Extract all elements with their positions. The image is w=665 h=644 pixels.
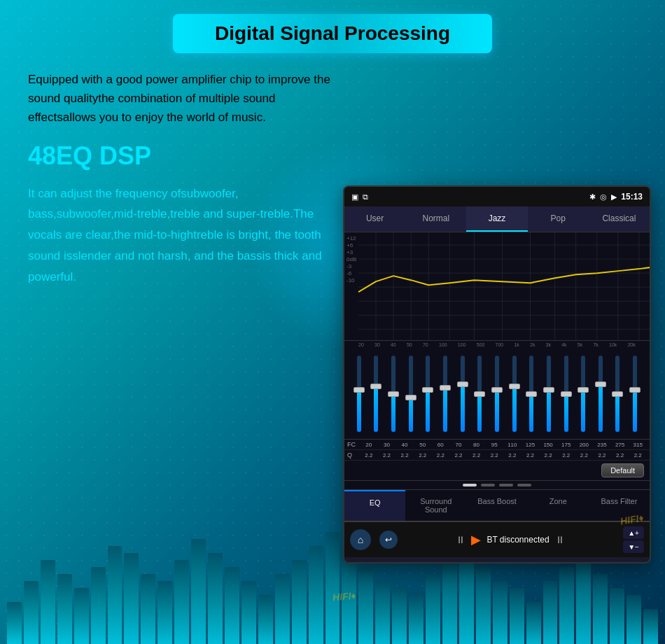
label-plus12: +12 (346, 236, 356, 241)
freq-10k: 10k (609, 342, 617, 347)
slider-5[interactable] (421, 352, 436, 435)
fc-val-11: 150 (539, 442, 557, 448)
freq-30: 30 (374, 342, 380, 347)
q-val-4: 2.2 (414, 452, 432, 458)
slider-14[interactable] (575, 352, 591, 435)
slider-11[interactable] (524, 352, 539, 435)
dot-3 (499, 484, 513, 486)
dsp-tab-bar: EQ Surround Sound Bass Boost Zone Bass F… (344, 490, 650, 522)
label-plus6: +6 (346, 243, 356, 248)
slider-2[interactable] (369, 352, 384, 435)
dsp-tab-eq[interactable]: EQ (344, 490, 405, 521)
dot-2 (481, 484, 495, 486)
tab-pop[interactable]: Pop (528, 206, 589, 232)
tab-user[interactable]: User (344, 206, 405, 232)
volume-up-button[interactable]: ▲+ (623, 526, 644, 539)
eq-chart-labels: +12 +6 +3 0dB -3 -6 -10 (346, 236, 356, 284)
fc-val-8: 95 (485, 442, 503, 448)
fc-val-9: 110 (503, 442, 522, 448)
slider-1[interactable] (351, 352, 367, 435)
title-banner: Digital Signal Processing (173, 14, 492, 53)
fc-val-13: 200 (575, 442, 594, 448)
media-bars-right: ⏸ (555, 534, 565, 545)
q-val-3: 2.2 (396, 452, 414, 458)
slider-17[interactable] (627, 352, 643, 435)
freq-40: 40 (391, 342, 396, 347)
media-bar: ⌂ ↩ ⏸ ▶ BT disconnected ⏸ ▲+ ▼− (344, 522, 650, 557)
dots-row (344, 481, 650, 490)
screen-icon: ▣ (351, 192, 358, 202)
slider-16[interactable] (610, 352, 626, 435)
eq-chart-area: +12 +6 +3 0dB -3 -6 -10 (344, 232, 650, 341)
slider-8[interactable] (472, 352, 487, 435)
q-values: 2.2 2.2 2.2 2.2 2.2 2.2 2.2 2.2 2.2 2.2 … (360, 452, 647, 458)
slider-3[interactable] (386, 352, 401, 435)
fc-val-1: 20 (360, 442, 378, 448)
volume-up-icon: ▲+ (628, 529, 639, 537)
fc-val-16: 315 (629, 442, 647, 448)
feature-text: It can adjust the frequency ofsubwoofer,… (28, 183, 336, 288)
eq-chart-svg (358, 232, 650, 341)
freq-50: 50 (407, 342, 412, 347)
freq-2k: 2k (530, 342, 535, 347)
slider-12[interactable] (541, 352, 556, 435)
q-val-6: 2.2 (449, 452, 468, 458)
q-val-5: 2.2 (432, 452, 450, 458)
fc-val-3: 40 (396, 442, 414, 448)
q-val-11: 2.2 (539, 452, 557, 458)
freq-20k: 20k (627, 342, 635, 347)
page-title: Digital Signal Processing (215, 22, 450, 45)
dsp-tab-surround[interactable]: Surround Sound (405, 490, 466, 521)
status-time: 15:13 (621, 192, 643, 202)
label-plus3: +3 (346, 250, 356, 255)
eq-tab-bar: User Normal Jazz Pop Classical (344, 206, 650, 232)
q-label: Q (347, 451, 360, 458)
label-minus3: -3 (346, 264, 356, 270)
q-val-13: 2.2 (575, 452, 594, 458)
freq-70: 70 (423, 342, 428, 347)
media-center: ⏸ ▶ BT disconnected ⏸ (398, 532, 623, 547)
dsp-tab-bass-filter[interactable]: Bass Filter (589, 490, 650, 521)
status-icons-left: ▣ ⧉ (351, 192, 368, 202)
q-val-14: 2.2 (593, 452, 611, 458)
q-val-1: 2.2 (360, 452, 378, 458)
slider-15[interactable] (593, 352, 608, 435)
back-button[interactable]: ↩ (379, 531, 398, 549)
fc-val-6: 70 (449, 442, 468, 448)
fc-val-2: 30 (378, 442, 396, 448)
bluetooth-icon: ✱ (589, 192, 596, 202)
slider-7[interactable] (455, 352, 470, 435)
fc-row: FC 20 30 40 50 60 70 80 95 110 125 150 1… (344, 440, 650, 450)
location-icon: ◎ (600, 192, 607, 202)
description-text: Equipped with a good power amplifier chi… (28, 70, 336, 127)
freq-3k: 3k (546, 342, 551, 347)
dot-1 (463, 484, 477, 486)
slider-13[interactable] (559, 352, 574, 435)
slider-9[interactable] (489, 352, 505, 435)
play-icon[interactable]: ▶ (471, 532, 481, 547)
fc-val-12: 175 (557, 442, 575, 448)
freq-700: 700 (496, 342, 504, 347)
q-val-9: 2.2 (503, 452, 522, 458)
default-button[interactable]: Default (601, 463, 644, 477)
slider-6[interactable] (438, 352, 453, 435)
fc-val-14: 235 (593, 442, 611, 448)
dsp-tab-zone[interactable]: Zone (528, 490, 589, 521)
dsp-tab-bass-boost[interactable]: Bass Boost (466, 490, 527, 521)
q-val-10: 2.2 (522, 452, 540, 458)
tab-classical[interactable]: Classical (589, 206, 650, 232)
volume-down-button[interactable]: ▼− (623, 540, 644, 553)
slider-10[interactable] (507, 352, 522, 435)
tab-jazz[interactable]: Jazz (466, 206, 527, 232)
slider-4[interactable] (403, 352, 419, 435)
fc-val-7: 80 (468, 442, 486, 448)
home-button[interactable]: ⌂ (350, 529, 371, 550)
q-val-2: 2.2 (378, 452, 396, 458)
watermark-2: HIFI♦ (332, 590, 356, 603)
freq-100a: 100 (439, 342, 447, 347)
volume-down-icon: ▼− (628, 543, 639, 551)
tab-normal[interactable]: Normal (405, 206, 466, 232)
q-val-16: 2.2 (629, 452, 647, 458)
freq-100b: 100 (458, 342, 466, 347)
q-val-12: 2.2 (557, 452, 575, 458)
